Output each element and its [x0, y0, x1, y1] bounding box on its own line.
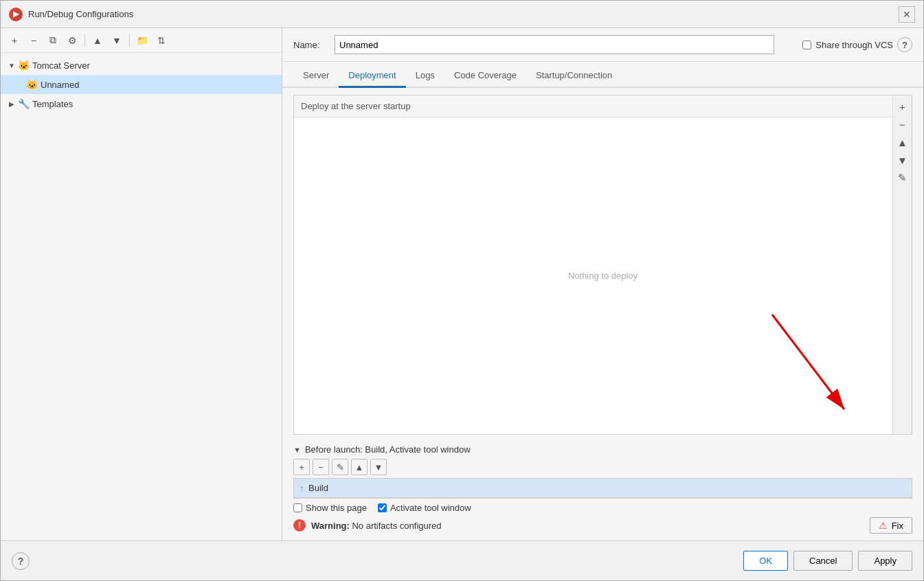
bottom-bar: ? OK Cancel Apply	[1, 540, 923, 580]
activate-tool-checkbox[interactable]	[378, 503, 387, 512]
name-label: Name:	[293, 40, 328, 50]
share-vcs-label: Share through VCS	[815, 40, 893, 50]
name-row: Name: Share through VCS ?	[282, 28, 923, 62]
config-tree: ▼ 🐱 Tomcat Server 🐱 Unnamed ▶ 🔧 Template…	[1, 53, 282, 540]
before-launch-header: ▼ Before launch: Build, Activate tool wi…	[293, 442, 912, 457]
show-page-checkbox-item: Show this page	[293, 503, 367, 513]
left-toolbar: + − ⧉ ⚙ ▲ ▼ 📁 ⇅	[1, 28, 282, 53]
warning-icon: !	[293, 519, 306, 532]
tree-item-templates[interactable]: ▶ 🔧 Templates	[1, 94, 282, 113]
unnamed-icon: 🐱	[25, 78, 38, 91]
bl-add-button[interactable]: +	[293, 459, 310, 475]
title-bar: ▶ Run/Debug Configurations ✕	[1, 1, 923, 28]
toolbar-separator	[84, 34, 85, 47]
tree-item-unnamed[interactable]: 🐱 Unnamed	[1, 75, 282, 94]
tree-arrow-tomcat: ▼	[6, 60, 17, 71]
cancel-button[interactable]: Cancel	[793, 551, 853, 571]
deployment-content: Deploy at the server startup Nothing to …	[282, 88, 923, 540]
bl-edit-button[interactable]: ✎	[332, 459, 348, 475]
tab-logs[interactable]: Logs	[406, 65, 444, 88]
tab-code-coverage[interactable]: Code Coverage	[444, 65, 526, 88]
templates-icon: 🔧	[17, 98, 30, 110]
tomcat-server-label: Tomcat Server	[32, 60, 90, 71]
main-content: + − ⧉ ⚙ ▲ ▼ 📁 ⇅ ▼ 🐱 Tomcat Server	[1, 28, 923, 540]
unnamed-label: Unnamed	[41, 80, 79, 90]
folder-button[interactable]: 📁	[134, 32, 150, 49]
before-launch-toolbar: + − ✎ ▲ ▼	[293, 457, 912, 478]
before-launch-label: Before launch: Build, Activate tool wind…	[305, 444, 471, 455]
deploy-remove-button[interactable]: −	[894, 116, 911, 133]
apply-button[interactable]: Apply	[858, 551, 912, 571]
deploy-empty-text: Nothing to deploy	[294, 117, 912, 434]
bl-up-button[interactable]: ▲	[351, 459, 368, 475]
title-buttons: ✕	[899, 6, 915, 23]
bl-down-button[interactable]: ▼	[370, 459, 387, 475]
ok-button[interactable]: OK	[743, 551, 788, 571]
build-icon: ↑	[300, 483, 304, 494]
help-button[interactable]: ?	[897, 37, 912, 52]
window-title: Run/Debug Configurations	[28, 9, 133, 19]
bottom-help-button[interactable]: ?	[12, 552, 30, 570]
deploy-sidebar: + − ▲ ▼ ✎	[892, 95, 912, 434]
deploy-up-button[interactable]: ▲	[894, 134, 911, 150]
right-panel: Name: Share through VCS ? Server Deploym…	[282, 28, 923, 540]
settings-config-button[interactable]: ⚙	[64, 32, 80, 49]
fix-button[interactable]: ⚠ Fix	[870, 517, 912, 534]
tab-server[interactable]: Server	[293, 65, 339, 88]
bl-build-item[interactable]: ↑ Build	[294, 479, 912, 498]
tomcat-icon: 🐱	[17, 59, 30, 71]
share-vcs-checkbox[interactable]	[802, 41, 811, 49]
bottom-buttons: OK Cancel Apply	[743, 551, 912, 571]
deploy-section-header: Deploy at the server startup	[294, 95, 912, 117]
close-button[interactable]: ✕	[899, 6, 915, 23]
templates-label: Templates	[32, 99, 73, 109]
tabs-row: Server Deployment Logs Code Coverage Sta…	[282, 62, 923, 88]
bl-remove-button[interactable]: −	[313, 459, 329, 475]
tab-deployment[interactable]: Deployment	[339, 65, 405, 88]
move-down-button[interactable]: ▼	[109, 32, 125, 49]
bl-build-label: Build	[308, 483, 328, 493]
title-bar-left: ▶ Run/Debug Configurations	[9, 8, 133, 21]
deploy-section: Deploy at the server startup Nothing to …	[293, 95, 912, 435]
tree-item-tomcat-server[interactable]: ▼ 🐱 Tomcat Server	[1, 56, 282, 75]
activate-tool-checkbox-item: Activate tool window	[378, 503, 471, 513]
window: ▶ Run/Debug Configurations ✕ + − ⧉ ⚙ ▲ ▼…	[0, 0, 924, 581]
checkboxes-row: Show this page Activate tool window	[293, 499, 912, 514]
add-config-button[interactable]: +	[6, 32, 23, 49]
deploy-down-button[interactable]: ▼	[894, 152, 911, 168]
before-launch-section: ▼ Before launch: Build, Activate tool wi…	[293, 442, 912, 536]
fix-icon: ⚠	[879, 520, 888, 531]
deploy-add-button[interactable]: +	[894, 98, 911, 115]
copy-config-button[interactable]: ⧉	[45, 32, 61, 49]
toolbar-separator-2	[129, 34, 130, 47]
deploy-edit-button[interactable]: ✎	[894, 170, 911, 186]
show-page-label: Show this page	[306, 503, 367, 513]
warning-row: ! Warning: No artifacts configured ⚠ Fix	[293, 514, 912, 536]
tree-arrow-templates: ▶	[6, 98, 17, 109]
before-launch-list: ↑ Build	[293, 478, 912, 499]
warning-message: No artifacts configured	[352, 521, 441, 531]
sort-button[interactable]: ⇅	[153, 32, 170, 49]
left-panel: + − ⧉ ⚙ ▲ ▼ 📁 ⇅ ▼ 🐱 Tomcat Server	[1, 28, 282, 540]
fix-label: Fix	[892, 521, 903, 531]
tab-startup-connection[interactable]: Startup/Connection	[526, 65, 622, 88]
app-icon: ▶	[9, 8, 23, 21]
show-page-checkbox[interactable]	[293, 503, 302, 512]
remove-config-button[interactable]: −	[25, 32, 42, 49]
before-launch-arrow-icon: ▼	[293, 446, 301, 454]
move-up-button[interactable]: ▲	[89, 32, 106, 49]
name-input[interactable]	[335, 35, 774, 54]
warning-text: Warning: No artifacts configured	[311, 521, 442, 531]
share-checkbox-area: Share through VCS ?	[802, 37, 912, 52]
warning-bold: Warning:	[311, 521, 350, 531]
activate-tool-label: Activate tool window	[390, 503, 471, 513]
bottom-left: ?	[12, 552, 30, 570]
